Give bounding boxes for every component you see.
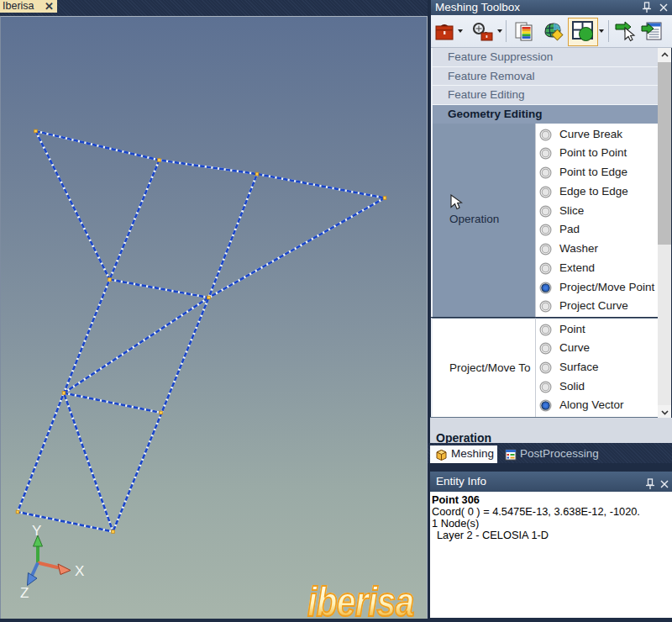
svg-text:Y: Y [32,523,41,539]
svg-text:X: X [75,563,84,579]
svg-text:Z: Z [20,585,29,601]
